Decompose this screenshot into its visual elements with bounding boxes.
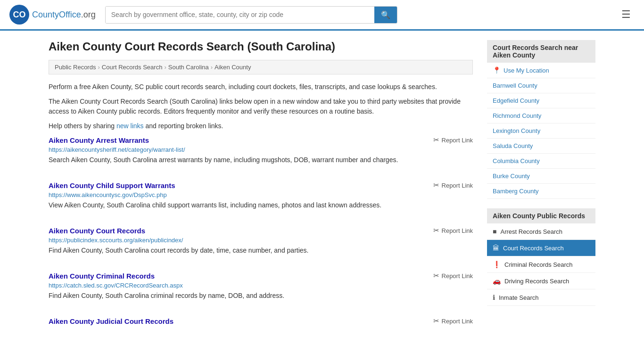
sidebar: Court Records Search near Aiken County 📍… xyxy=(487,40,595,343)
inmate-icon: ℹ xyxy=(493,294,495,301)
breadcrumb-public-records[interactable]: Public Records xyxy=(55,64,96,71)
report-icon: ✂ xyxy=(433,317,439,325)
public-records-section: Aiken County Public Records ■ Arrest Rec… xyxy=(487,208,595,306)
result-desc: Find Aiken County, South Carolina crimin… xyxy=(49,291,473,301)
main-container: Aiken County Court Records Search (South… xyxy=(39,31,605,353)
result-item: Aiken County Child Support Warrants ✂ Re… xyxy=(49,181,473,215)
sidebar-item-inmate-search[interactable]: ℹ Inmate Search xyxy=(487,289,595,306)
report-link[interactable]: ✂ Report Link xyxy=(433,317,473,325)
site-header: CO CountyOffice.org 🔍 ☰ xyxy=(0,0,644,31)
sidebar-item-lexington[interactable]: Lexington County xyxy=(487,123,595,139)
page-title: Aiken County Court Records Search (South… xyxy=(49,40,473,53)
description-1: Perform a free Aiken County, SC public c… xyxy=(49,82,473,92)
sidebar-item-court-records[interactable]: 🏛 Court Records Search xyxy=(487,240,595,256)
result-url: https://aikencountysheriff.net/category/… xyxy=(49,146,473,153)
nearby-list: 📍 Use My Location Barnwell County Edgefi… xyxy=(487,63,595,199)
report-icon: ✂ xyxy=(433,181,439,189)
site-logo[interactable]: CO CountyOffice.org xyxy=(9,5,96,25)
report-link[interactable]: ✂ Report Link xyxy=(433,181,473,189)
sidebar-item-bamberg[interactable]: Bamberg County xyxy=(487,184,595,199)
menu-icon[interactable]: ☰ xyxy=(618,7,635,23)
breadcrumb-south-carolina[interactable]: South Carolina xyxy=(168,64,209,71)
result-desc: Search Aiken County, South Carolina arre… xyxy=(49,155,473,165)
result-title-link[interactable]: Aiken County Judicial Court Records xyxy=(49,317,173,325)
location-icon: 📍 xyxy=(493,66,501,74)
sidebar-item-edgefield[interactable]: Edgefield County xyxy=(487,93,595,108)
result-item: Aiken County Criminal Records ✂ Report L… xyxy=(49,272,473,305)
report-link[interactable]: ✂ Report Link xyxy=(433,226,473,235)
result-url: https://www.aikencountysc.gov/DspSvc.php xyxy=(49,191,473,198)
logo-icon: CO xyxy=(9,5,29,25)
public-records-heading: Aiken County Public Records xyxy=(487,208,595,223)
result-title-link[interactable]: Aiken County Court Records xyxy=(49,227,145,235)
result-title-link[interactable]: Aiken County Criminal Records xyxy=(49,272,155,280)
breadcrumb: Public Records › Court Records Search › … xyxy=(49,60,473,74)
result-url: https://publicindex.sccourts.org/aiken/p… xyxy=(49,237,473,244)
result-item: Aiken County Arrest Warrants ✂ Report Li… xyxy=(49,136,473,170)
result-item: Aiken County Judicial Court Records ✂ Re… xyxy=(49,317,473,332)
breadcrumb-aiken-county[interactable]: Aiken County xyxy=(215,64,251,71)
nearby-section: Court Records Search near Aiken County 📍… xyxy=(487,40,595,199)
content-area: Aiken County Court Records Search (South… xyxy=(49,40,473,343)
breadcrumb-court-records-search[interactable]: Court Records Search xyxy=(102,64,163,71)
sidebar-item-driving-records[interactable]: 🚗 Driving Records Search xyxy=(487,273,595,289)
sidebar-item-arrest-records[interactable]: ■ Arrest Records Search xyxy=(487,223,595,240)
result-url: https://catch.sled.sc.gov/CRCRecordSearc… xyxy=(49,282,473,289)
sidebar-item-use-location[interactable]: 📍 Use My Location xyxy=(487,63,595,78)
result-title-link[interactable]: Aiken County Arrest Warrants xyxy=(49,136,149,144)
sidebar-item-richmond[interactable]: Richmond County xyxy=(487,108,595,123)
court-icon: 🏛 xyxy=(493,244,499,252)
description-2: The Aiken County Court Records Search (S… xyxy=(49,97,473,116)
description-3: Help others by sharing new links and rep… xyxy=(49,121,473,131)
criminal-icon: ❗ xyxy=(493,261,501,268)
driving-icon: 🚗 xyxy=(493,277,501,285)
search-input[interactable] xyxy=(106,7,374,23)
sidebar-item-burke[interactable]: Burke County xyxy=(487,169,595,184)
report-icon: ✂ xyxy=(433,136,439,144)
sidebar-item-barnwell[interactable]: Barnwell County xyxy=(487,78,595,93)
public-records-list: ■ Arrest Records Search 🏛 Court Records … xyxy=(487,223,595,306)
sidebar-item-columbia[interactable]: Columbia County xyxy=(487,154,595,169)
results-list: Aiken County Arrest Warrants ✂ Report Li… xyxy=(49,136,473,332)
sidebar-item-saluda[interactable]: Saluda County xyxy=(487,139,595,154)
result-desc: View Aiken County, South Carolina child … xyxy=(49,200,473,210)
arrest-icon: ■ xyxy=(493,228,496,235)
logo-text: CountyOffice.org xyxy=(32,10,96,20)
search-bar: 🔍 xyxy=(105,6,397,24)
result-item: Aiken County Court Records ✂ Report Link… xyxy=(49,226,473,260)
new-links-link[interactable]: new links xyxy=(116,122,144,130)
report-link[interactable]: ✂ Report Link xyxy=(433,272,473,280)
report-icon: ✂ xyxy=(433,272,439,280)
result-desc: Find Aiken County, South Carolina court … xyxy=(49,246,473,255)
result-title-link[interactable]: Aiken County Child Support Warrants xyxy=(49,181,175,189)
nearby-heading: Court Records Search near Aiken County xyxy=(487,40,595,63)
sidebar-item-criminal-records[interactable]: ❗ Criminal Records Search xyxy=(487,256,595,273)
report-link[interactable]: ✂ Report Link xyxy=(433,136,473,144)
report-icon: ✂ xyxy=(433,226,439,235)
search-button[interactable]: 🔍 xyxy=(374,7,397,23)
